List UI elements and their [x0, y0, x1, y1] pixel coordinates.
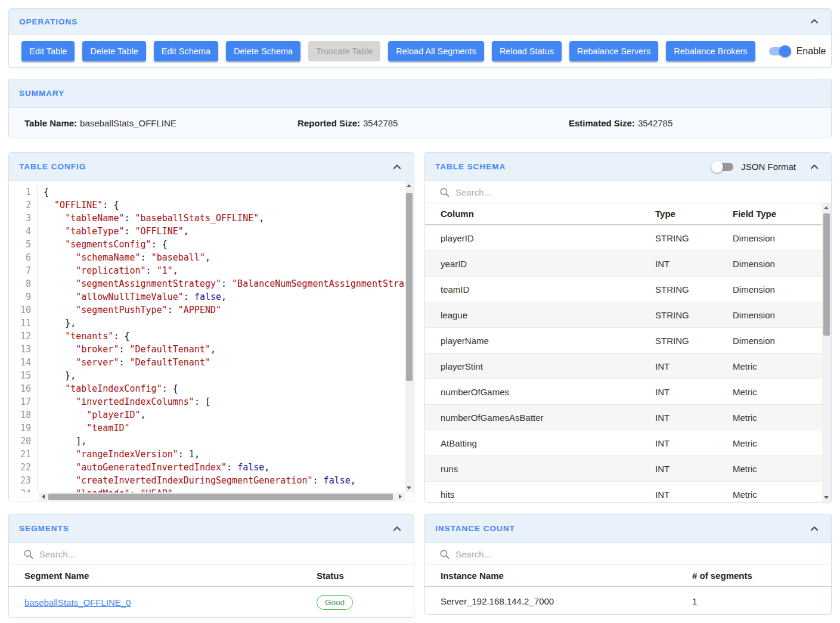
- code-token: :: [184, 292, 194, 302]
- table-config-title: TABLE CONFIG: [19, 162, 86, 171]
- code-token: "invertedIndexColumns": [76, 396, 194, 407]
- operations-collapse-chevron-icon[interactable]: [808, 15, 821, 28]
- op-button-rebalance-servers[interactable]: Rebalance Servers: [569, 41, 658, 61]
- code-token: "segmentsConfig": [65, 239, 151, 250]
- code-line: 21 "rangeIndexVersion": 1,: [9, 448, 405, 461]
- vertical-scroll-thumb[interactable]: [823, 213, 830, 336]
- instance-count-collapse-chevron-icon[interactable]: [808, 522, 821, 535]
- code-token: ,: [351, 475, 356, 486]
- schema-vertical-scrollbar[interactable]: [822, 203, 831, 502]
- summary-title: SUMMARY: [19, 89, 64, 98]
- line-number: 4: [9, 225, 38, 238]
- table-config-panel: TABLE CONFIG 1{2 "OFFLINE": {3 "tableNam…: [8, 152, 414, 501]
- scroll-down-arrow-icon[interactable]: [407, 486, 411, 489]
- horizontal-scroll-thumb[interactable]: [48, 494, 393, 500]
- code-token: [44, 383, 65, 394]
- code-token: "teamID": [86, 423, 129, 433]
- line-number: 2: [9, 199, 38, 212]
- schema-col-header-type[interactable]: Type: [655, 209, 733, 219]
- op-button-edit-table[interactable]: Edit Table: [21, 41, 75, 61]
- code-text: "autoGeneratedInvertedIndex": false,: [38, 461, 269, 474]
- segments-col-header-name[interactable]: Segment Name: [24, 571, 317, 581]
- code-token: "DefaultTenant": [130, 357, 210, 368]
- table-config-collapse-chevron-icon[interactable]: [390, 160, 404, 173]
- segment-status-badge: Good: [317, 595, 353, 610]
- scroll-down-arrow-icon[interactable]: [824, 496, 829, 499]
- instances-col-header-count[interactable]: # of segments: [692, 571, 816, 581]
- code-token: "broker": [76, 344, 119, 355]
- segment-link[interactable]: baseballStats_OFFLINE_0: [24, 597, 131, 607]
- search-icon: [439, 548, 450, 560]
- line-number: 21: [9, 448, 38, 461]
- code-line: 9 "allowNullTimeValue": false,: [9, 290, 405, 303]
- line-number: 23: [9, 474, 38, 487]
- instance-count-panel-header[interactable]: INSTANCE COUNT: [425, 514, 831, 543]
- code-token: "OFFLINE": [54, 200, 103, 210]
- code-token: "baseballStats_OFFLINE": [135, 213, 259, 224]
- schema-cell-column: numberOfGames: [441, 387, 655, 397]
- code-token: ,: [173, 265, 178, 276]
- op-button-reload-all-segments[interactable]: Reload All Segments: [388, 41, 484, 61]
- code-token: },: [44, 318, 76, 328]
- instances-search-input[interactable]: [455, 549, 831, 559]
- code-text: "segmentsConfig": {: [38, 238, 168, 251]
- summary-field: Table Name:baseballStats_OFFLINE: [24, 118, 297, 128]
- op-button-delete-table[interactable]: Delete Table: [82, 41, 145, 61]
- op-button-rebalance-brokers[interactable]: Rebalance Brokers: [666, 41, 755, 61]
- code-token: ,: [210, 344, 216, 355]
- schema-cell-field-type: Metric: [733, 438, 816, 448]
- enable-toggle[interactable]: [768, 45, 790, 57]
- op-button-edit-schema[interactable]: Edit Schema: [154, 41, 218, 61]
- table-config-panel-header[interactable]: TABLE CONFIG: [9, 153, 414, 181]
- schema-cell-field-type: Dimension: [733, 284, 816, 295]
- schema-search-input[interactable]: [455, 187, 831, 197]
- scroll-right-arrow-icon[interactable]: [399, 494, 402, 499]
- table-schema-collapse-chevron-icon[interactable]: [808, 160, 821, 173]
- segments-search-input[interactable]: [39, 549, 414, 559]
- editor-horizontal-scrollbar[interactable]: [39, 492, 405, 501]
- config-code-editor[interactable]: 1{2 "OFFLINE": {3 "tableName": "baseball…: [9, 181, 414, 501]
- line-number: 24: [9, 487, 38, 492]
- summary-field: Reported Size:3542785: [297, 118, 569, 128]
- segments-col-header-status[interactable]: Status: [317, 571, 398, 581]
- op-button-reload-status[interactable]: Reload Status: [492, 41, 562, 61]
- schema-search-row: [425, 181, 831, 203]
- segment-name-cell: baseballStats_OFFLINE_0: [24, 597, 317, 607]
- search-icon: [23, 548, 34, 560]
- schema-col-header-column[interactable]: Column: [441, 209, 655, 219]
- segments-collapse-chevron-icon[interactable]: [390, 522, 404, 535]
- scroll-up-arrow-icon[interactable]: [407, 184, 411, 187]
- instance-name-cell: Server_192.168.144.2_7000: [441, 596, 692, 606]
- code-token: "tableIndexConfig": [65, 383, 162, 394]
- line-number: 9: [9, 290, 38, 303]
- scroll-left-arrow-icon[interactable]: [42, 494, 45, 499]
- operations-panel-header[interactable]: OPERATIONS: [9, 9, 831, 35]
- segments-panel-header[interactable]: SEGMENTS: [9, 514, 414, 543]
- line-number: 19: [9, 421, 38, 435]
- schema-cell-type: INT: [655, 464, 733, 474]
- code-token: ,: [259, 213, 264, 224]
- schema-cell-column: numberOfGamesAsBatter: [441, 413, 655, 423]
- table-schema-panel-header[interactable]: TABLE SCHEMA JSON Format: [425, 153, 831, 181]
- editor-vertical-scrollbar[interactable]: [405, 181, 414, 492]
- code-text: "createInvertedIndexDuringSegmentGenerat…: [38, 474, 356, 487]
- code-token: [44, 475, 76, 486]
- json-format-toggle[interactable]: [712, 161, 734, 173]
- code-token: :: [168, 305, 178, 315]
- code-line: 7 "replication": "1",: [9, 264, 405, 277]
- code-token: "allowNullTimeValue": [76, 292, 184, 302]
- code-token: [44, 278, 76, 289]
- code-line: 2 "OFFLINE": {: [9, 199, 405, 212]
- segments-table-header: Segment Name Status: [9, 565, 414, 587]
- json-format-toggle-label: JSON Format: [741, 162, 796, 172]
- code-text: ],: [38, 435, 86, 448]
- schema-col-header-field-type[interactable]: Field Type: [733, 209, 816, 219]
- scroll-up-arrow-icon[interactable]: [824, 206, 829, 209]
- line-number: 3: [9, 212, 38, 225]
- vertical-scroll-thumb[interactable]: [406, 193, 413, 381]
- schema-table-row: hitsINTMetric: [425, 482, 831, 503]
- schema-table-row: leagueSTRINGDimension: [425, 302, 831, 328]
- op-button-delete-schema[interactable]: Delete Schema: [226, 41, 300, 61]
- code-token: :: [124, 226, 135, 237]
- instances-col-header-name[interactable]: Instance Name: [441, 571, 692, 581]
